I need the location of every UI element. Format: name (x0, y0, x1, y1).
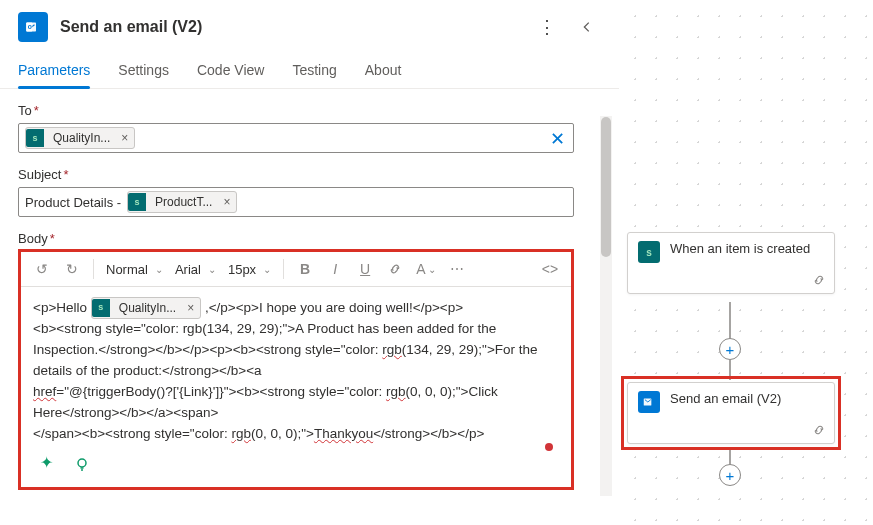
tab-settings[interactable]: Settings (118, 54, 169, 88)
to-token[interactable]: s QualityIn... × (25, 127, 135, 149)
tab-codeview[interactable]: Code View (197, 54, 264, 88)
trigger-card[interactable]: s When an item is created (627, 232, 835, 294)
error-indicator (545, 443, 553, 451)
codeview-toggle[interactable]: <> (537, 256, 563, 282)
to-field[interactable]: s QualityIn... × ✕ (18, 123, 574, 153)
collapse-button[interactable] (573, 13, 601, 41)
panel-title: Send an email (V2) (60, 18, 521, 36)
body-textarea[interactable]: <p>Hello s QualityIn... × ,</p><p>I hope… (21, 287, 571, 487)
redo-button[interactable]: ↻ (59, 256, 85, 282)
panel-content: To* s QualityIn... × ✕ Subject* Product … (0, 89, 619, 525)
body-toolbar: ↺ ↻ Normal⌄ Arial⌄ 15px⌄ B I U A⌄ ⋯ <> (21, 252, 571, 287)
body-editor-highlight: ↺ ↻ Normal⌄ Arial⌄ 15px⌄ B I U A⌄ ⋯ <> <… (18, 249, 574, 490)
idea-button[interactable] (69, 451, 95, 477)
suggestion-row: ✦ (33, 445, 559, 481)
sharepoint-icon: s (26, 129, 44, 147)
tab-testing[interactable]: Testing (292, 54, 336, 88)
ai-suggest-button[interactable]: ✦ (33, 451, 59, 477)
undo-button[interactable]: ↺ (29, 256, 55, 282)
svg-text:o: o (28, 23, 32, 30)
clear-field[interactable]: ✕ (550, 128, 565, 150)
to-label: To* (18, 103, 601, 118)
fontcolor-button[interactable]: A⌄ (412, 256, 440, 282)
subject-token-label: ProductT... (151, 195, 216, 209)
size-select[interactable]: 15px⌄ (224, 256, 275, 282)
italic-button[interactable]: I (322, 256, 348, 282)
font-select[interactable]: Arial⌄ (171, 256, 220, 282)
subject-text: Product Details - (25, 195, 121, 210)
action-card-title: Send an email (V2) (670, 391, 781, 408)
link-icon (812, 423, 826, 437)
body-token[interactable]: s QualityIn... × (91, 297, 201, 319)
token-remove[interactable]: × (221, 195, 232, 209)
connector (729, 302, 731, 342)
add-step-button[interactable]: + (719, 464, 741, 486)
style-select[interactable]: Normal⌄ (102, 256, 167, 282)
token-remove[interactable]: × (185, 299, 196, 318)
tabs: Parameters Settings Code View Testing Ab… (0, 54, 619, 89)
bold-button[interactable]: B (292, 256, 318, 282)
link-button[interactable] (382, 256, 408, 282)
trigger-card-title: When an item is created (670, 241, 810, 258)
action-panel: o Send an email (V2) ⋮ Parameters Settin… (0, 0, 619, 525)
subject-field[interactable]: Product Details - s ProductT... × (18, 187, 574, 217)
outlook-icon (638, 391, 660, 413)
to-token-label: QualityIn... (49, 131, 114, 145)
subject-label: Subject* (18, 167, 601, 182)
tab-about[interactable]: About (365, 54, 402, 88)
sharepoint-icon: s (92, 299, 110, 317)
action-card[interactable]: Send an email (V2) (627, 382, 835, 444)
more-button[interactable]: ⋮ (533, 13, 561, 41)
panel-header: o Send an email (V2) ⋮ (0, 0, 619, 54)
action-card-highlight: Send an email (V2) (621, 376, 841, 450)
flow-canvas: s When an item is created + Send an emai… (619, 0, 873, 525)
subject-token[interactable]: s ProductT... × (127, 191, 237, 213)
svg-point-3 (78, 459, 86, 467)
underline-button[interactable]: U (352, 256, 378, 282)
add-step-button[interactable]: + (719, 338, 741, 360)
body-label: Body* (18, 231, 601, 246)
outlook-icon: o (18, 12, 48, 42)
scrollbar[interactable] (600, 116, 612, 496)
more-format-button[interactable]: ⋯ (444, 256, 470, 282)
link-icon (812, 273, 826, 287)
scrollbar-thumb[interactable] (601, 117, 611, 257)
token-remove[interactable]: × (119, 131, 130, 145)
tab-parameters[interactable]: Parameters (18, 54, 90, 88)
sharepoint-icon: s (128, 193, 146, 211)
sharepoint-icon: s (638, 241, 660, 263)
